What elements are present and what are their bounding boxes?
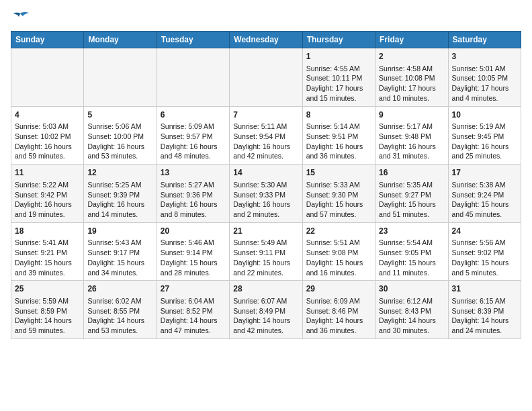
cell-content: Sunset: 9:45 PM bbox=[452, 132, 517, 142]
cell-content: Daylight: 17 hours bbox=[306, 83, 371, 93]
cell-content: Daylight: 14 hours bbox=[87, 316, 152, 326]
cell-content: Daylight: 17 hours bbox=[452, 83, 517, 93]
calendar-cell: 5Sunrise: 5:06 AMSunset: 10:00 PMDayligh… bbox=[84, 106, 157, 165]
calendar-week-2: 4Sunrise: 5:03 AMSunset: 10:02 PMDayligh… bbox=[11, 106, 521, 165]
calendar-cell: 15Sunrise: 5:33 AMSunset: 9:30 PMDayligh… bbox=[302, 165, 375, 223]
cell-content: Sunrise: 5:27 AM bbox=[161, 180, 226, 190]
cell-content: Sunrise: 5:11 AM bbox=[233, 122, 298, 132]
cell-content: Sunrise: 6:09 AM bbox=[306, 296, 371, 306]
day-number: 4 bbox=[15, 109, 80, 121]
cell-content: and 31 minutes. bbox=[379, 151, 444, 161]
cell-content: and 8 minutes. bbox=[161, 210, 226, 220]
cell-content: Sunset: 9:48 PM bbox=[379, 132, 444, 142]
cell-content: Sunrise: 4:55 AM bbox=[306, 64, 371, 74]
cell-content: Sunset: 9:30 PM bbox=[306, 190, 371, 200]
cell-content: and 2 minutes. bbox=[233, 210, 298, 220]
day-number: 29 bbox=[306, 283, 371, 295]
calendar-cell: 29Sunrise: 6:09 AMSunset: 8:46 PMDayligh… bbox=[302, 281, 375, 339]
cell-content: Sunrise: 5:41 AM bbox=[15, 238, 80, 248]
cell-content: Daylight: 17 hours bbox=[379, 83, 444, 93]
cell-content: Daylight: 16 hours bbox=[87, 142, 152, 152]
cell-content: Sunrise: 5:19 AM bbox=[452, 122, 517, 132]
day-number: 24 bbox=[452, 226, 517, 237]
calendar-cell: 13Sunrise: 5:27 AMSunset: 9:36 PMDayligh… bbox=[157, 165, 229, 223]
cell-content: Daylight: 15 hours bbox=[15, 258, 80, 268]
calendar-cell: 14Sunrise: 5:30 AMSunset: 9:33 PMDayligh… bbox=[230, 165, 302, 223]
day-header-friday: Friday bbox=[375, 32, 448, 48]
day-number: 7 bbox=[233, 109, 298, 121]
cell-content: Sunset: 9:33 PM bbox=[233, 190, 298, 200]
day-number: 28 bbox=[233, 283, 298, 295]
calendar-cell: 30Sunrise: 6:12 AMSunset: 8:43 PMDayligh… bbox=[375, 281, 448, 339]
cell-content: Daylight: 14 hours bbox=[161, 316, 226, 326]
calendar-week-5: 25Sunrise: 5:59 AMSunset: 8:59 PMDayligh… bbox=[11, 281, 521, 339]
calendar-week-4: 18Sunrise: 5:41 AMSunset: 9:21 PMDayligh… bbox=[11, 222, 521, 281]
day-number: 22 bbox=[306, 226, 371, 237]
cell-content: Sunrise: 5:56 AM bbox=[452, 238, 517, 248]
calendar-cell: 19Sunrise: 5:43 AMSunset: 9:17 PMDayligh… bbox=[84, 222, 157, 281]
cell-content: and 28 minutes. bbox=[161, 268, 226, 278]
day-number: 18 bbox=[15, 226, 80, 237]
cell-content: and 22 minutes. bbox=[233, 268, 298, 278]
calendar-cell: 1Sunrise: 4:55 AMSunset: 10:11 PMDayligh… bbox=[302, 48, 375, 107]
cell-content: Sunset: 9:11 PM bbox=[233, 248, 298, 258]
cell-content: Sunset: 9:51 PM bbox=[306, 132, 371, 142]
cell-content: Daylight: 16 hours bbox=[87, 199, 152, 210]
cell-content: Sunset: 8:52 PM bbox=[161, 306, 226, 316]
cell-content: and 4 minutes. bbox=[452, 93, 517, 103]
calendar-cell: 25Sunrise: 5:59 AMSunset: 8:59 PMDayligh… bbox=[11, 281, 84, 339]
calendar-cell: 31Sunrise: 6:15 AMSunset: 8:39 PMDayligh… bbox=[448, 281, 521, 339]
cell-content: Sunset: 8:55 PM bbox=[87, 306, 152, 316]
day-header-tuesday: Tuesday bbox=[157, 32, 229, 48]
calendar-cell: 24Sunrise: 5:56 AMSunset: 9:02 PMDayligh… bbox=[448, 222, 521, 281]
cell-content: and 59 minutes. bbox=[15, 326, 80, 336]
cell-content: Sunrise: 5:49 AM bbox=[233, 238, 298, 248]
day-number: 21 bbox=[233, 226, 298, 237]
cell-content: and 36 minutes. bbox=[306, 151, 371, 161]
calendar-week-3: 11Sunrise: 5:22 AMSunset: 9:42 PMDayligh… bbox=[11, 165, 521, 223]
cell-content: Daylight: 15 hours bbox=[306, 258, 371, 268]
cell-content: Sunset: 9:02 PM bbox=[452, 248, 517, 258]
calendar-cell bbox=[11, 48, 84, 107]
cell-content: Daylight: 16 hours bbox=[15, 142, 80, 152]
day-number: 15 bbox=[306, 167, 371, 179]
day-number: 13 bbox=[161, 167, 226, 179]
calendar-cell bbox=[84, 48, 157, 107]
cell-content: Sunrise: 6:04 AM bbox=[161, 296, 226, 306]
cell-content: and 30 minutes. bbox=[379, 326, 444, 336]
day-header-thursday: Thursday bbox=[302, 32, 375, 48]
cell-content: Sunrise: 4:58 AM bbox=[379, 64, 444, 74]
calendar-cell bbox=[230, 48, 302, 107]
calendar-week-1: 1Sunrise: 4:55 AMSunset: 10:11 PMDayligh… bbox=[11, 48, 521, 107]
day-number: 23 bbox=[379, 226, 444, 237]
cell-content: Sunrise: 6:15 AM bbox=[452, 296, 517, 306]
day-number: 27 bbox=[161, 283, 226, 295]
day-header-wednesday: Wednesday bbox=[230, 32, 302, 48]
cell-content: Sunrise: 5:09 AM bbox=[161, 122, 226, 132]
cell-content: Sunrise: 5:17 AM bbox=[379, 122, 444, 132]
cell-content: Daylight: 15 hours bbox=[87, 258, 152, 268]
cell-content: Daylight: 14 hours bbox=[15, 316, 80, 326]
cell-content: Sunrise: 5:25 AM bbox=[87, 180, 152, 190]
cell-content: Sunrise: 5:38 AM bbox=[452, 180, 517, 190]
cell-content: and 53 minutes. bbox=[87, 326, 152, 336]
day-number: 12 bbox=[87, 167, 152, 179]
day-number: 2 bbox=[379, 51, 444, 62]
cell-content: Daylight: 16 hours bbox=[15, 199, 80, 210]
cell-content: Daylight: 16 hours bbox=[233, 142, 298, 152]
calendar-cell: 12Sunrise: 5:25 AMSunset: 9:39 PMDayligh… bbox=[84, 165, 157, 223]
cell-content: Sunset: 9:36 PM bbox=[161, 190, 226, 200]
cell-content: Sunrise: 5:35 AM bbox=[379, 180, 444, 190]
cell-content: Sunrise: 5:59 AM bbox=[15, 296, 80, 306]
cell-content: Sunrise: 6:12 AM bbox=[379, 296, 444, 306]
cell-content: and 53 minutes. bbox=[87, 151, 152, 161]
cell-content: Daylight: 15 hours bbox=[452, 199, 517, 210]
cell-content: and 25 minutes. bbox=[452, 151, 517, 161]
calendar-cell: 20Sunrise: 5:46 AMSunset: 9:14 PMDayligh… bbox=[157, 222, 229, 281]
calendar-cell: 6Sunrise: 5:09 AMSunset: 9:57 PMDaylight… bbox=[157, 106, 229, 165]
cell-content: Daylight: 16 hours bbox=[161, 199, 226, 210]
day-header-sunday: Sunday bbox=[11, 32, 84, 48]
day-number: 5 bbox=[87, 109, 152, 121]
cell-content: Sunset: 10:08 PM bbox=[379, 73, 444, 83]
cell-content: Daylight: 15 hours bbox=[306, 199, 371, 210]
